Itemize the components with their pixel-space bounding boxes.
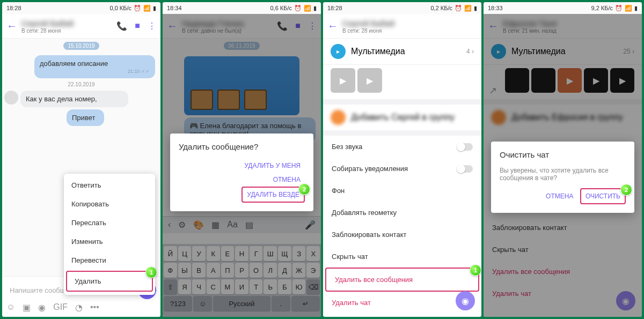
more-tools-icon[interactable]: ••• [90,302,99,313]
media-thumb[interactable] [531,68,555,93]
pane-4-clear-chat-dialog: 18:33 9,2 КБ/с ⏰📶▮ ← Ефросия Таня В сети… [484,2,642,317]
kb-tool[interactable]: ▤ [245,220,253,230]
menu-translate[interactable]: Перевести [64,251,155,270]
menu-forward[interactable]: Переслать [64,213,155,232]
fab-button[interactable]: ◉ [616,291,635,310]
pane-3-chat-settings: 18:28 0,2 КБ/с ⏰📶▮ ← Сергей Бабий В сети… [323,2,481,317]
back-icon[interactable]: ← [167,20,178,32]
menu-reply[interactable]: Ответить [64,176,155,195]
battery-icon: ▮ [313,5,317,12]
video-call-icon[interactable]: ■ [295,21,301,31]
message-incoming[interactable]: Как у вас дела номер, [20,91,128,107]
video-call-icon[interactable]: ■ [135,21,140,31]
sticker-icon[interactable]: ☺ [6,302,15,313]
kb-tool[interactable]: ⚙ [178,220,186,230]
alarm-icon: ⏰ [134,5,141,12]
kb-key[interactable]: Й [164,246,177,261]
battery-icon: ▮ [153,5,156,12]
status-bar: 18:28 0,2 КБ/с ⏰📶▮ [323,2,481,14]
gif-icon[interactable]: GIF [53,302,68,313]
status-bar: 18:33 9,2 КБ/с ⏰📶▮ [484,2,642,14]
emoji-key[interactable]: ☺ [193,296,212,311]
toggle[interactable] [457,143,473,151]
menu-copy[interactable]: Копировать [64,195,155,213]
signal-icon: 📶 [143,5,151,12]
block-row[interactable]: Заблокировать контакт [323,224,481,246]
delete-all-messages-row[interactable]: Удалить все сообщения 1 [325,268,479,292]
delete-for-me-button[interactable]: УДАЛИТЬ У МЕНЯ [240,159,305,173]
fab-button[interactable]: ◉ [456,291,475,310]
signal-icon: 📶 [304,5,311,12]
backspace-key[interactable]: ⌫ [306,279,320,294]
gallery-icon[interactable]: ▣ [23,302,31,313]
toggle[interactable] [457,165,473,173]
collect-notif-row[interactable]: Собирать уведомления [323,158,481,180]
timer-icon[interactable]: ◔ [75,302,83,313]
chat-header: ← Ефросия Таня В сети: 21 мин. назад [484,14,642,39]
status-bar: 18:28 0,0 КБ/с ⏰ 📶 ▮ [2,2,160,14]
back-icon[interactable]: ← [488,20,499,32]
shift-key[interactable]: ⇧ [164,279,177,294]
dialog-body: Вы уверены, что хотите удалить все сообщ… [500,167,626,182]
geo-row[interactable]: Добавлять геометку [323,202,481,224]
more-icon[interactable]: ⋮ [308,21,317,31]
kb-tool[interactable]: 🎨 [193,220,204,230]
media-thumb[interactable]: ▶ [331,68,355,93]
enter-key[interactable]: ↵ [291,296,320,311]
chat-header: ← Сергей Бабий В сети: 28 июня 📞 ■ ⋮ [2,14,160,39]
media-thumb[interactable]: ▶ [610,68,634,93]
message-outgoing[interactable]: Привет [67,109,104,126]
hide-chat-row[interactable]: Скрыть чат [323,246,481,268]
voice-call-icon[interactable]: 📞 [116,21,127,31]
avatar[interactable] [4,91,18,105]
kb-tool[interactable]: ‹ [168,220,171,230]
dialog-title: Очистить чат [500,150,626,159]
add-to-group-row[interactable]: Добавить Сергей в группу [323,105,481,130]
media-thumb[interactable] [505,68,529,93]
contact-status: В сети: 28 июня [21,28,112,34]
media-thumb[interactable]: ▶ [558,68,582,93]
delete-everywhere-button[interactable]: УДАЛИТЬ ВЕЗДЕ 2 [241,187,305,203]
more-icon[interactable]: ⋮ [148,21,156,31]
message-context-menu: Ответить Копировать Переслать Изменить П… [64,174,155,295]
media-thumb[interactable]: ▶ [357,68,382,93]
kb-tool[interactable]: Aa [227,220,238,230]
back-icon[interactable]: ← [327,20,338,32]
share-icon[interactable]: ↗ [489,85,497,97]
pane-2-delete-dialog: 18:34 0,6 КБ/с ⏰ 📶 ▮ ← Надежда Гленка В … [163,2,321,317]
add-to-group-row: Добавить Ефросия в группу [484,105,642,130]
clear-button[interactable]: ОЧИСТИТЬ 2 [580,188,626,204]
block-row: Заблокировать контакт [484,217,642,239]
status-bar: 18:34 0,6 КБ/с ⏰ 📶 ▮ [163,2,321,14]
multimedia-row[interactable]: ▸ Мультимедиа 4 › [323,39,481,65]
mute-row[interactable]: Без звука [323,136,481,158]
keyboard: ЙЦУКЕНГШЩЗХ ФЫВАПРОЛДЖЭ ⇧ ЯЧСМИТЬБЮ ⌫ ?1… [163,244,321,317]
media-icon: ▸ [491,44,506,59]
media-icon: ▸ [331,44,346,59]
callout-2: 2 [620,184,632,196]
menu-edit[interactable]: Изменить [64,232,155,251]
image-message[interactable] [184,56,299,115]
voice-call-icon[interactable]: 📞 [277,21,288,31]
cancel-button[interactable]: ОТМЕНА [541,189,577,203]
cancel-button[interactable]: ОТМЕНА [269,173,305,187]
space-key[interactable]: Русский [213,296,270,311]
camera-icon[interactable]: ◉ [38,302,46,313]
message-outgoing[interactable]: добавляем описание 21:10 ✓✓ [34,55,155,78]
contact-name[interactable]: Сергей Бабий [21,19,112,28]
alarm-icon: ⏰ [294,5,302,12]
date-separator: 15.10.2019 [63,42,99,50]
chat-header: ← Сергей Бабий В сети: 28 июня [323,14,481,39]
callout-1: 1 [145,266,157,278]
back-icon[interactable]: ← [6,20,17,32]
kb-tool[interactable]: 🎤 [305,220,316,230]
media-thumbs: ▶ ▶ [323,65,481,99]
menu-delete[interactable]: Удалить 1 [66,271,153,292]
bg-row[interactable]: Фон [323,180,481,202]
delete-message-dialog: Удалить сообщение? УДАЛИТЬ У МЕНЯ ОТМЕНА… [170,133,313,211]
period-key[interactable]: . [272,296,290,311]
media-thumb[interactable]: ▶ [584,68,608,93]
contact-name: Надежда Гленка [182,19,273,28]
kb-tool[interactable]: ▦ [211,220,219,230]
numeric-key[interactable]: ?123 [164,296,192,311]
